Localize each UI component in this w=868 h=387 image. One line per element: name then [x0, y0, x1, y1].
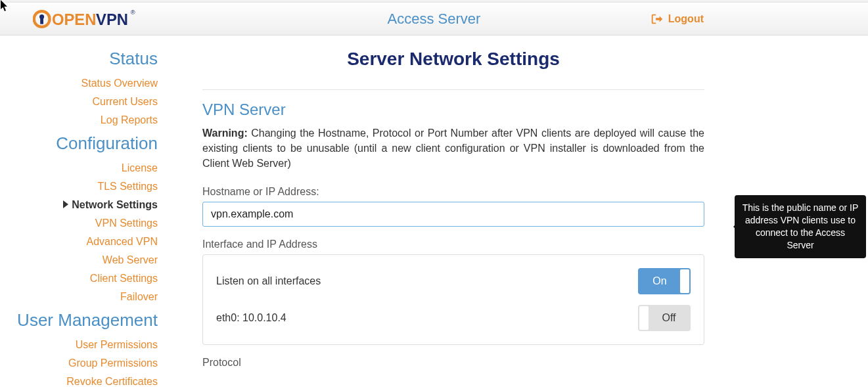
sidebar-section-status: Status	[0, 49, 163, 69]
top-bar: OPEN VPN ® Access Server Logout	[0, 0, 868, 35]
brand-logo[interactable]: OPEN VPN ®	[33, 3, 167, 35]
sidebar-item-network-settings[interactable]: Network Settings	[0, 196, 163, 214]
sidebar-item-tls-settings[interactable]: TLS Settings	[0, 177, 163, 196]
listen-all-toggle[interactable]: On	[638, 268, 691, 294]
sidebar-item-advanced-vpn[interactable]: Advanced VPN	[0, 233, 163, 251]
sidebar-item-revoke-certificates[interactable]: Revoke Certificates	[0, 373, 163, 387]
hostname-tooltip: This is the public name or IP address VP…	[735, 195, 866, 258]
protocol-label: Protocol	[202, 357, 704, 369]
logout-icon	[650, 12, 664, 26]
sidebar-item-user-permissions[interactable]: User Permissions	[0, 336, 163, 354]
logout-label: Logout	[668, 13, 704, 25]
main-content: Server Network Settings VPN Server Warni…	[163, 35, 744, 387]
interface-panel: Listen on all interfaces On eth0: 10.0.1…	[202, 254, 704, 345]
logout-button[interactable]: Logout	[650, 12, 704, 26]
sidebar-item-current-users[interactable]: Current Users	[0, 93, 163, 111]
eth0-toggle[interactable]: Off	[638, 305, 691, 331]
sidebar-item-group-permissions[interactable]: Group Permissions	[0, 354, 163, 373]
svg-text:®: ®	[131, 9, 135, 16]
sidebar-item-client-settings[interactable]: Client Settings	[0, 269, 163, 288]
divider	[202, 89, 704, 90]
sidebar: Status Status Overview Current Users Log…	[0, 35, 163, 387]
hostname-input[interactable]	[202, 202, 704, 227]
sidebar-section-user-management: User Management	[0, 310, 163, 330]
svg-text:OPEN: OPEN	[52, 11, 96, 28]
sidebar-item-vpn-settings[interactable]: VPN Settings	[0, 214, 163, 233]
sidebar-item-status-overview[interactable]: Status Overview	[0, 74, 163, 93]
page-title: Server Network Settings	[202, 49, 704, 70]
hostname-label: Hostname or IP Address:	[202, 186, 704, 198]
sidebar-item-failover[interactable]: Failover	[0, 288, 163, 306]
svg-text:VPN: VPN	[96, 11, 128, 28]
listen-all-label: Listen on all interfaces	[216, 275, 321, 287]
eth0-label: eth0: 10.0.10.4	[216, 312, 286, 324]
warning-text: Warning: Changing the Hostname, Protocol…	[202, 125, 704, 171]
interface-label: Interface and IP Address	[202, 239, 704, 250]
sidebar-item-license[interactable]: License	[0, 159, 163, 177]
sidebar-item-log-reports[interactable]: Log Reports	[0, 111, 163, 129]
sidebar-item-web-server[interactable]: Web Server	[0, 251, 163, 269]
chevron-right-icon	[62, 199, 69, 211]
svg-rect-2	[40, 18, 43, 24]
sidebar-section-configuration: Configuration	[0, 133, 163, 154]
section-title-vpn-server: VPN Server	[202, 101, 704, 119]
